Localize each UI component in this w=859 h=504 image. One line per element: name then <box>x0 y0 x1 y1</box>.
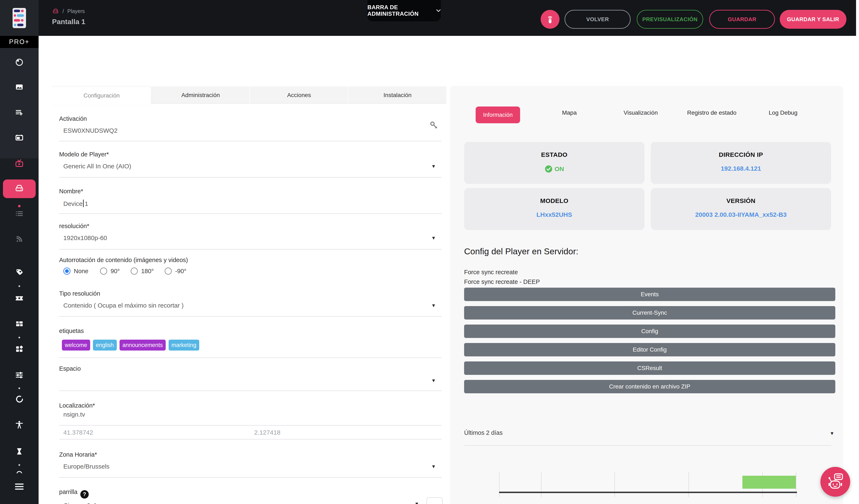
sidebar-item-players[interactable] <box>14 183 24 193</box>
sidebar-item-history[interactable] <box>14 446 24 456</box>
radio-minus90[interactable] <box>165 268 172 275</box>
ip-card: DIRECCIÓN IP 192.168.4.121 <box>651 142 831 184</box>
sidebar-item-widgets[interactable] <box>14 344 24 354</box>
etiquetas-underline <box>59 357 442 358</box>
modelo-card-title: MODELO <box>464 197 645 204</box>
sidebar-item-media[interactable] <box>14 82 24 92</box>
sidebar-item-sync[interactable] <box>14 394 24 404</box>
breadcrumb-item-players[interactable]: Players <box>67 8 85 14</box>
estado-card-title: ESTADO <box>464 151 645 158</box>
parrilla-select[interactable]: Cinema 6x1 <box>63 502 97 504</box>
sidebar-item-playlists[interactable] <box>14 107 24 118</box>
events-button[interactable]: Events <box>464 288 835 301</box>
chatbot-button[interactable] <box>820 467 850 497</box>
guardar-y-salir-button[interactable]: GUARDAR Y SALIR <box>780 10 846 29</box>
sidebar-item-timer[interactable] <box>14 57 24 67</box>
top-bar: / Players Pantalla 1 BARRA DE ADMINISTRA… <box>0 0 856 36</box>
tab-informacion[interactable]: Información <box>476 107 520 123</box>
sync-icon <box>14 394 24 404</box>
previsualizacion-button[interactable]: PREVISUALIZACIÓN <box>637 10 703 29</box>
current-sync-button[interactable]: Current-Sync <box>464 306 835 320</box>
radio-none-label: None <box>74 268 88 275</box>
tab-acciones[interactable]: Acciones <box>250 86 348 104</box>
csresult-button[interactable]: CSResult <box>464 362 835 375</box>
rss-icon <box>14 234 24 244</box>
radio-none[interactable] <box>63 268 71 275</box>
modelo-dropdown-arrow: ▼ <box>431 164 436 169</box>
tab-log-debug[interactable]: Log Debug <box>769 109 797 116</box>
check-circle-icon <box>545 165 553 173</box>
tab-administracion[interactable]: Administración <box>151 86 250 104</box>
modelo-select[interactable]: Generic All In One (AIO) <box>63 163 131 170</box>
tipo-resolucion-dropdown-arrow: ▼ <box>431 303 436 308</box>
page-title: Pantalla 1 <box>52 18 85 26</box>
sidebar-item-accessibility[interactable] <box>14 419 24 430</box>
admin-bar-toggle[interactable]: BARRA DE ADMINISTRACIÓN <box>367 0 441 21</box>
tab-mapa[interactable]: Mapa <box>562 109 577 116</box>
force-sync-deep-link[interactable]: Force sync recreate - DEEP <box>464 278 540 285</box>
modelo-card: MODELO LHxx52UHS <box>464 188 645 230</box>
nombre-underline <box>59 213 442 214</box>
create-zip-button[interactable]: Crear contenido en archivo ZIP <box>464 380 835 393</box>
localizacion-input[interactable]: nsign.tv <box>63 411 85 418</box>
history-sub-dot <box>18 464 20 466</box>
nombre-input[interactable]: Device1 <box>63 200 88 207</box>
volver-button[interactable]: VOLVER <box>564 10 631 29</box>
tab-configuracion[interactable]: Configuración <box>52 86 151 105</box>
sidebar-menu-toggle[interactable] <box>14 482 24 492</box>
guardar-button[interactable]: GUARDAR <box>709 10 775 29</box>
tab-instalacion[interactable]: Instalación <box>348 86 446 104</box>
estado-card: ESTADO ON <box>464 142 645 184</box>
tipo-resolucion-underline <box>59 316 442 317</box>
resolucion-select[interactable]: 1920x1080p-60 <box>63 234 107 242</box>
zona-horaria-select[interactable]: Europe/Brussels <box>63 463 109 470</box>
key-icon[interactable] <box>428 120 439 132</box>
sidebar-item-activity[interactable] <box>14 293 24 303</box>
parrilla-grid-button[interactable]: ⌗ <box>426 497 442 504</box>
remote-control-button[interactable] <box>541 10 559 29</box>
sidebar-item-support[interactable] <box>14 467 24 476</box>
espacio-dropdown-arrow: ▼ <box>431 378 436 383</box>
parrilla-dropdown-arrow: ▼ <box>415 501 419 504</box>
tags-row: welcome english announcements marketing <box>62 340 201 351</box>
live-tv-icon <box>14 159 24 169</box>
sidebar-item-feeds[interactable] <box>14 234 24 244</box>
sidebar-item-lists[interactable] <box>14 209 24 219</box>
app-logo-block[interactable] <box>0 0 39 36</box>
tipo-resolucion-select[interactable]: Contenido ( Ocupa el máximo sin recortar… <box>63 302 184 309</box>
hourglass-icon <box>14 446 24 456</box>
tag-marketing[interactable]: marketing <box>169 340 199 351</box>
ticket-star-icon <box>14 293 24 303</box>
config-button[interactable]: Config <box>464 324 835 338</box>
help-icon[interactable]: ? <box>80 490 89 499</box>
nombre-text-2: 1 <box>85 200 88 207</box>
players-drive-icon <box>14 183 24 193</box>
editor-config-button[interactable]: Editor Config <box>464 343 835 356</box>
tag-english[interactable]: english <box>93 340 117 351</box>
player-info-panel: Información Mapa Visualización Registro … <box>450 86 843 504</box>
tag-announcements[interactable]: announcements <box>120 340 166 351</box>
resolucion-label: resolución* <box>59 223 89 230</box>
longitude-input[interactable]: 2.127418 <box>254 429 281 436</box>
channels-badge-dot <box>18 205 20 207</box>
tab-registro-de-estado[interactable]: Registro de estado <box>687 109 736 116</box>
arc-icon <box>14 467 24 476</box>
chatbot-icon <box>826 473 844 491</box>
zona-horaria-label: Zona Horaria* <box>59 451 97 458</box>
latitude-input[interactable]: 41.378742 <box>63 429 93 436</box>
version-card: VERSIÓN 20003 2.00.03-IIYAMA_xx52-B3 <box>651 188 831 230</box>
force-sync-link[interactable]: Force sync recreate <box>464 269 518 276</box>
tag-welcome[interactable]: welcome <box>62 340 90 351</box>
tick-label: 09-1312:00 <box>609 497 621 504</box>
sidebar-item-dashboard[interactable] <box>14 319 24 329</box>
sidebar-item-programming[interactable] <box>14 133 24 143</box>
radio-180[interactable] <box>131 268 138 275</box>
sidebar-item-channels[interactable] <box>14 159 24 169</box>
radio-90[interactable] <box>100 268 107 275</box>
tab-visualizacion[interactable]: Visualización <box>624 109 658 116</box>
activacion-input[interactable]: ESW0XNUDSWQ2 <box>63 127 118 134</box>
sidebar-item-settings-tune[interactable] <box>14 370 24 380</box>
tick-label: 09-1221:21 <box>494 497 506 504</box>
sidebar-item-tags[interactable] <box>14 268 24 278</box>
range-select[interactable]: Últimos 2 días <box>464 429 503 436</box>
